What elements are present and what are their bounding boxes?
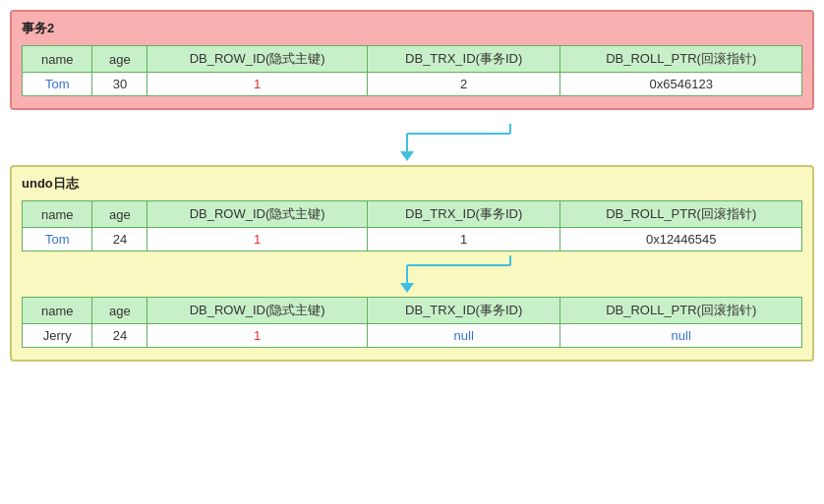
th-name: name (23, 46, 92, 73)
utd1-name: Tom (23, 228, 92, 252)
th-trx-id: DB_TRX_ID(事务ID) (367, 46, 560, 73)
undo-table-1-row: Tom 24 1 1 0x12446545 (23, 228, 802, 252)
uth2-name: name (23, 298, 92, 324)
cell-roll-ptr: 0x6546123 (560, 73, 802, 96)
undo-box: undo日志 name age DB_ROW_ID(隐式主键) DB_TRX_I… (10, 165, 814, 362)
th-roll-ptr: DB_ROLL_PTR(回滚指针) (560, 46, 802, 73)
cell-trx-id: 2 (367, 73, 560, 96)
undo-table-2-row: Jerry 24 1 null null (23, 324, 802, 348)
uth1-roll-ptr: DB_ROLL_PTR(回滚指针) (560, 201, 802, 228)
utd2-name: Jerry (23, 324, 92, 348)
table-row: Tom 30 1 2 0x6546123 (23, 73, 802, 96)
uth1-name: name (23, 201, 92, 228)
svg-marker-7 (400, 283, 414, 293)
arrow-down-svg-1 (265, 124, 559, 161)
svg-marker-3 (400, 151, 414, 161)
uth2-roll-ptr: DB_ROLL_PTR(回滚指针) (560, 298, 802, 324)
uth2-row-id: DB_ROW_ID(隐式主键) (147, 298, 368, 324)
utd1-age: 24 (92, 228, 147, 252)
arrow-down-svg-2 (265, 255, 559, 293)
uth1-row-id: DB_ROW_ID(隐式主键) (147, 201, 368, 228)
uth1-age: age (92, 201, 147, 228)
th-age: age (92, 46, 147, 73)
cell-name: Tom (23, 73, 92, 96)
utd2-roll-ptr: null (560, 324, 802, 348)
utd1-row-id: 1 (147, 228, 368, 252)
utd1-trx-id: 1 (367, 228, 560, 252)
uth2-trx-id: DB_TRX_ID(事务ID) (367, 298, 560, 324)
undo-title: undo日志 (22, 175, 802, 193)
transaction-box: 事务2 name age DB_ROW_ID(隐式主键) DB_TRX_ID(事… (10, 10, 814, 110)
arrow-1 (10, 120, 814, 165)
cell-age: 30 (92, 73, 147, 96)
utd2-trx-id: null (367, 324, 560, 348)
uth2-age: age (92, 298, 147, 324)
uth1-trx-id: DB_TRX_ID(事务ID) (367, 201, 560, 228)
transaction-title: 事务2 (22, 20, 802, 37)
utd2-row-id: 1 (147, 324, 368, 348)
undo-table-2: name age DB_ROW_ID(隐式主键) DB_TRX_ID(事务ID)… (22, 297, 802, 348)
utd1-roll-ptr: 0x12446545 (560, 228, 802, 252)
transaction-table: name age DB_ROW_ID(隐式主键) DB_TRX_ID(事务ID)… (22, 45, 802, 96)
cell-row-id: 1 (147, 73, 368, 96)
arrow-2 (22, 252, 802, 297)
utd2-age: 24 (92, 324, 147, 348)
th-row-id: DB_ROW_ID(隐式主键) (147, 46, 368, 73)
undo-table-1: name age DB_ROW_ID(隐式主键) DB_TRX_ID(事务ID)… (22, 200, 802, 252)
